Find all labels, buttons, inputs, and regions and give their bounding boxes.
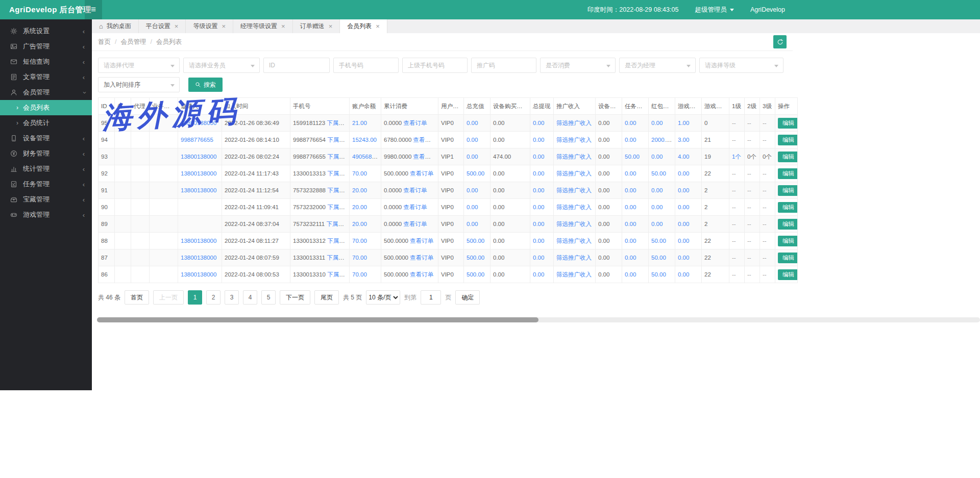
level-select[interactable]: 请选择等级 [699,58,783,73]
cell-link[interactable]: 13800138000 [181,271,216,278]
cell-link[interactable]: 0.00 [625,120,636,126]
horizontal-scrollbar[interactable] [97,317,980,322]
promo-income-link[interactable]: 筛选推广收入 [556,120,592,126]
cell-link[interactable]: 13800138000 [181,120,216,126]
cell-link[interactable]: 500.00 [467,271,484,278]
cell-link[interactable]: 0.00 [533,154,544,160]
cell-link[interactable]: 0.00 [533,255,544,261]
cell-link[interactable]: 20.00 [352,187,367,193]
sidebar-item[interactable]: 系统设置‹ [0,23,92,39]
subordinate-detail-link[interactable]: 下属详细 [327,154,349,160]
subordinate-detail-link[interactable]: 下属详细 [327,170,349,177]
view-order-link[interactable]: 查看订单 [413,154,437,160]
user-role-dropdown[interactable]: 超级管理员 [695,6,734,14]
edit-button[interactable]: 编辑 [778,118,798,129]
cell-link[interactable]: 50.00 [651,170,666,177]
cell-link[interactable]: 0.00 [533,238,544,244]
subordinate-detail-link[interactable]: 下属详细 [327,255,349,261]
level-count-link[interactable]: 0个 [763,154,772,160]
page-number-button[interactable]: 5 [261,290,276,305]
cell-link[interactable]: 0.00 [678,204,689,210]
sidebar-item[interactable]: 短信查询‹ [0,54,92,69]
confirm-button[interactable]: 确定 [455,290,480,305]
cell-link[interactable]: 50.00 [651,255,666,261]
cell-link[interactable]: 0.00 [467,221,478,227]
promo-income-link[interactable]: 筛选推广收入 [556,255,592,261]
cell-link[interactable]: 0.00 [678,238,689,244]
sidebar-item[interactable]: 财务管理‹ [0,146,92,161]
cell-link[interactable]: 20.00 [352,204,367,210]
cell-link[interactable]: 0.00 [625,137,636,143]
sidebar-subitem[interactable]: ›会员统计 [0,115,92,131]
view-order-link[interactable]: 查看订单 [403,187,427,193]
view-order-link[interactable]: 查看订单 [403,204,427,210]
cell-link[interactable]: 0.00 [625,238,636,244]
cell-link[interactable]: 0.00 [467,154,478,160]
view-order-link[interactable]: 查看订单 [410,255,433,261]
subordinate-detail-link[interactable]: 下属详细 [326,221,349,227]
cell-link[interactable]: 4.00 [678,154,689,160]
view-order-link[interactable]: 查看订单 [410,170,433,177]
cell-link[interactable]: 0.00 [651,187,663,193]
view-order-link[interactable]: 查看订单 [410,238,433,244]
cell-link[interactable]: 0.00 [467,120,478,126]
cell-link[interactable]: 1.00 [678,120,689,126]
edit-button[interactable]: 编辑 [778,219,798,230]
tab-item[interactable]: ⌂我的桌面 [92,19,139,33]
parent-phone-input[interactable] [402,58,468,73]
tab-item[interactable]: 订单赠送× [293,19,340,33]
cell-link[interactable]: 2000.00 [651,137,673,143]
promo-code-input[interactable] [471,58,536,73]
breadcrumb-item[interactable]: 会员管理 [120,38,146,46]
view-order-link[interactable]: 查看订单 [403,221,427,227]
cell-link[interactable]: 0.00 [625,271,636,278]
sidebar-item[interactable]: 会员管理‹ [0,85,92,100]
search-button[interactable]: 搜索 [188,78,223,92]
promo-income-link[interactable]: 筛选推广收入 [556,204,592,210]
cell-link[interactable]: 0.00 [533,120,544,126]
cell-link[interactable]: 13800138000 [181,154,216,160]
sidebar-item[interactable]: 统计管理‹ [0,161,92,177]
view-order-link[interactable]: 查看订单 [413,137,437,143]
edit-button[interactable]: 编辑 [778,185,798,196]
level-count-link[interactable]: 0个 [747,154,756,160]
edit-button[interactable]: 编辑 [778,152,798,162]
cell-link[interactable]: 50.00 [625,154,640,160]
consume-filter-select[interactable]: 是否消费 [540,58,616,73]
cell-link[interactable]: 13800138000 [181,187,216,193]
tab-item[interactable]: 经理等级设置× [233,19,293,33]
cell-link[interactable]: 0.00 [533,170,544,177]
tab-item[interactable]: 平台设置× [139,19,186,33]
cell-link[interactable]: 0.00 [625,255,636,261]
scrollbar-thumb[interactable] [97,317,538,322]
cell-link[interactable]: 500.00 [467,255,484,261]
edit-button[interactable]: 编辑 [778,135,798,145]
cell-link[interactable]: 0.00 [678,271,689,278]
promo-income-link[interactable]: 筛选推广收入 [556,187,592,193]
cell-link[interactable]: 50.00 [651,238,666,244]
cell-link[interactable]: 0.00 [625,187,636,193]
cell-link[interactable]: 0.00 [678,170,689,177]
sidebar-item[interactable]: 任务管理‹ [0,177,92,192]
cell-link[interactable]: 70.00 [352,255,367,261]
cell-link[interactable]: 0.00 [625,221,636,227]
cell-link[interactable]: 0.00 [533,221,544,227]
close-icon[interactable]: × [376,22,380,30]
sidebar-item[interactable]: 设备管理‹ [0,131,92,146]
page-size-select[interactable]: 10 条/页 [366,290,400,305]
sidebar-item[interactable]: 宝藏管理‹ [0,192,92,207]
sidebar-item[interactable]: 游戏管理‹ [0,207,92,222]
edit-button[interactable]: 编辑 [778,269,798,280]
cell-link[interactable]: 0.00 [467,204,478,210]
subordinate-detail-link[interactable]: 下属详细 [327,204,349,210]
goto-page-input[interactable] [421,290,441,305]
promo-income-link[interactable]: 筛选推广收入 [556,221,592,227]
prev-page-button[interactable]: 上一页 [153,290,184,305]
cell-link[interactable]: 0.00 [651,221,663,227]
sidebar-item[interactable]: 广告管理‹ [0,39,92,54]
cell-link[interactable]: 0.00 [651,154,663,160]
page-number-button[interactable]: 4 [243,290,257,305]
cell-link[interactable]: 13800138000 [181,170,216,177]
subordinate-detail-link[interactable]: 下属详细 [327,137,349,143]
first-page-button[interactable]: 首页 [125,290,149,305]
